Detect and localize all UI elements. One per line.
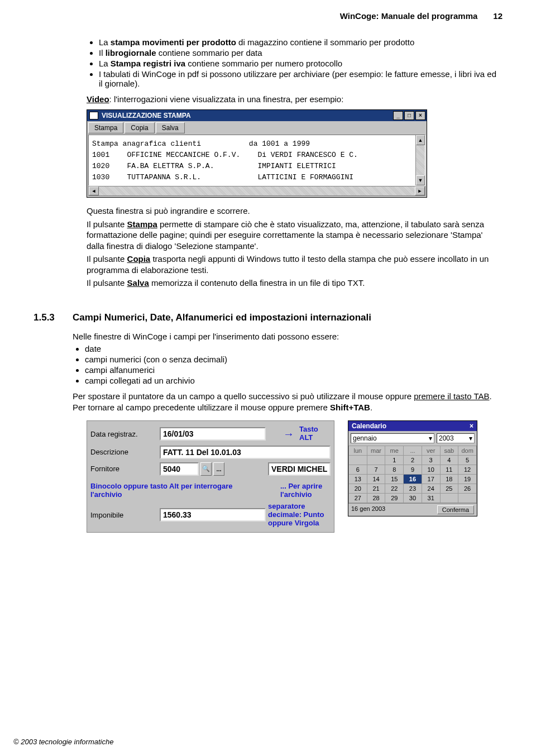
- scroll-left-button[interactable]: ◄: [89, 186, 99, 195]
- window-icon: [89, 112, 98, 119]
- paragraph: Il pulsante Copia trasporta negli appunt…: [87, 253, 497, 275]
- amount-field[interactable]: [160, 508, 266, 521]
- supplier-label: Fornitore: [90, 465, 157, 473]
- month-select[interactable]: gennaio▾: [351, 433, 434, 443]
- doc-title: WinCoge: Manuale del programma: [340, 11, 478, 21]
- horizontal-scrollbar[interactable]: ◄ ►: [88, 186, 425, 196]
- paragraph: Per spostare il puntatore da un campo a …: [73, 391, 497, 413]
- top-bullet-list: La stampa movimenti per prodotto di maga…: [87, 37, 497, 88]
- decimal-separator-note: separatore decimale: Punto oppure Virgol…: [268, 503, 331, 528]
- calendar-confirm-button[interactable]: Conferma: [437, 505, 474, 514]
- list-item: campi numerici (con o senza decimali): [85, 355, 497, 364]
- paragraph: Il pulsante Stampa permette di stampare …: [87, 219, 497, 252]
- paragraph: Nelle finestre di WinCoge i campi per l'…: [73, 331, 497, 342]
- year-select[interactable]: 2003▾: [437, 433, 475, 443]
- paragraph: Questa finestra si può ingrandire e scor…: [87, 205, 497, 217]
- date-field[interactable]: [160, 427, 266, 441]
- section-number: 1.5.3: [34, 312, 73, 323]
- print-button[interactable]: Stampa: [88, 122, 123, 133]
- list-item: Il librogiornale contiene sommario per d…: [99, 48, 497, 58]
- example-form: Data registraz. → Tasto ALT Descrizione …: [87, 420, 334, 533]
- close-button[interactable]: ×: [415, 111, 425, 120]
- window-toolbar: Stampa Copia Salva: [87, 121, 427, 135]
- calendar-popup: Calendario× gennaio▾ 2003▾ lunmarme...ve…: [348, 420, 477, 516]
- window-titlebar: VISUALIZZAZIONE STAMPA _ □ ×: [87, 110, 427, 121]
- scroll-down-button[interactable]: ▼: [416, 175, 425, 185]
- list-item: date: [85, 344, 497, 353]
- scroll-up-button[interactable]: ▲: [416, 135, 425, 145]
- calendar-grid[interactable]: lunmarme...versabdom12345678910111213141…: [348, 446, 477, 503]
- maximize-button[interactable]: □: [404, 111, 414, 120]
- description-field[interactable]: [160, 446, 331, 459]
- preview-text: Stampa anagrafica clienti da 1001 a 1999…: [89, 135, 415, 186]
- calendar-selected-date: 16 gen 2003: [351, 505, 385, 514]
- window-title: VISUALIZZAZIONE STAMPA: [102, 112, 191, 119]
- amount-label: Imponibile: [90, 511, 157, 519]
- preview-window: VISUALIZZAZIONE STAMPA _ □ × Stampa Copi…: [87, 109, 427, 198]
- list-item: campi alfanumerici: [85, 365, 497, 375]
- copy-button[interactable]: Copia: [125, 122, 154, 133]
- open-archive-button[interactable]: ...: [213, 462, 224, 476]
- supplier-code-field[interactable]: [160, 462, 199, 476]
- binoculars-button[interactable]: 🔍: [200, 462, 212, 476]
- section-heading: 1.5.3 Campi Numerici, Date, Alfanumerici…: [34, 312, 502, 323]
- list-item: campi collegati ad un archivio: [85, 376, 497, 385]
- supplier-name-field[interactable]: [268, 462, 331, 476]
- field-types-list: date campi numerici (con o senza decimal…: [73, 344, 497, 385]
- arrow-icon: →: [280, 428, 297, 441]
- list-item: La stampa movimenti per prodotto di maga…: [99, 37, 497, 47]
- binoculars-note: Binocolo oppure tasto Alt per interrogar…: [90, 482, 266, 499]
- calendar-close-icon[interactable]: ×: [470, 422, 473, 430]
- section-title: Campi Numerici, Date, Alfanumerici ed im…: [73, 312, 371, 323]
- page-number: 12: [493, 11, 502, 21]
- video-line: Video: l'interrogazioni viene visualizza…: [87, 94, 497, 105]
- scroll-right-button[interactable]: ►: [415, 186, 425, 195]
- calendar-title: Calendario: [352, 422, 386, 430]
- open-archive-note: ... Per aprire l'archivio: [280, 482, 331, 499]
- date-label: Data registraz.: [90, 430, 157, 438]
- save-button[interactable]: Salva: [156, 122, 185, 133]
- page-footer: © 2003 tecnologie informatiche: [13, 738, 113, 746]
- vertical-scrollbar[interactable]: ▲ ▼: [415, 135, 425, 186]
- paragraph: Il pulsante Salva memorizza il contenuto…: [87, 277, 497, 289]
- list-item: I tabulati di WinCoge in pdf si possono …: [99, 69, 497, 88]
- page-header: WinCoge: Manuale del programma 12: [34, 11, 502, 21]
- minimize-button[interactable]: _: [393, 111, 403, 120]
- description-label: Descrizione: [90, 448, 157, 456]
- alt-key-note: Tasto ALT: [299, 425, 331, 442]
- list-item: La Stampa registri iva contiene sommario…: [99, 59, 497, 68]
